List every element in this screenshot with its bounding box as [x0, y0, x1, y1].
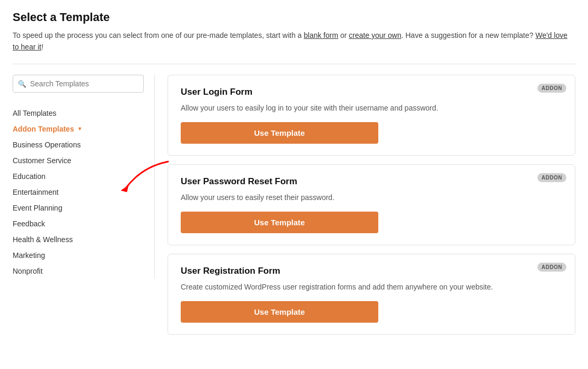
search-input[interactable] — [13, 75, 144, 93]
page-title: Select a Template — [13, 11, 575, 24]
main-layout: 🔍 All Templates Addon Templates Business… — [13, 75, 575, 343]
addon-badge-password-reset: ADDON — [537, 173, 566, 182]
template-card-password-reset: ADDON User Password Reset Form Allow you… — [168, 164, 575, 245]
use-template-button-login[interactable]: Use Template — [181, 122, 378, 144]
sidebar-item-customer-service[interactable]: Customer Service — [13, 153, 144, 168]
blank-form-link[interactable]: blank form — [304, 31, 338, 39]
template-title-login: User Login Form — [181, 87, 562, 97]
addon-badge-login: ADDON — [537, 84, 566, 93]
template-title-registration: User Registration Form — [181, 266, 562, 276]
sidebar-wrapper: 🔍 All Templates Addon Templates Business… — [13, 75, 155, 343]
sidebar-item-entertainment[interactable]: Entertainment — [13, 184, 144, 200]
sidebar-item-event-planning[interactable]: Event Planning — [13, 200, 144, 216]
create-own-link[interactable]: create your own — [349, 31, 401, 39]
page-description: To speed up the process you can select f… — [13, 29, 575, 53]
content-area: ADDON User Login Form Allow your users t… — [155, 75, 575, 343]
sidebar-item-addon-templates[interactable]: Addon Templates — [13, 121, 144, 137]
addon-badge-registration: ADDON — [537, 263, 566, 272]
template-desc-login: Allow your users to easily log in to you… — [181, 103, 562, 114]
sidebar: 🔍 All Templates Addon Templates Business… — [13, 75, 155, 279]
template-desc-password-reset: Allow your users to easily reset their p… — [181, 192, 562, 203]
page-wrapper: Select a Template To speed up the proces… — [0, 0, 588, 354]
template-title-password-reset: User Password Reset Form — [181, 176, 562, 187]
use-template-button-password-reset[interactable]: Use Template — [181, 212, 378, 233]
sidebar-item-health-wellness[interactable]: Health & Wellness — [13, 232, 144, 247]
use-template-button-registration[interactable]: Use Template — [181, 301, 378, 323]
sidebar-item-education[interactable]: Education — [13, 168, 144, 184]
search-icon: 🔍 — [18, 79, 26, 87]
template-card-user-login: ADDON User Login Form Allow your users t… — [168, 75, 575, 156]
sidebar-item-feedback[interactable]: Feedback — [13, 216, 144, 232]
nav-list: All Templates Addon Templates Business O… — [13, 105, 144, 279]
sidebar-item-nonprofit[interactable]: Nonprofit — [13, 263, 144, 279]
template-card-registration: ADDON User Registration Form Create cust… — [168, 254, 575, 335]
template-desc-registration: Create customized WordPress user registr… — [181, 282, 562, 293]
sidebar-item-marketing[interactable]: Marketing — [13, 247, 144, 263]
sidebar-item-all-templates[interactable]: All Templates — [13, 105, 144, 121]
section-divider — [13, 64, 575, 64]
hear-it-link[interactable]: We'd love to hear it — [13, 31, 567, 51]
sidebar-item-business-operations[interactable]: Business Operations — [13, 137, 144, 153]
search-box: 🔍 — [13, 75, 144, 93]
